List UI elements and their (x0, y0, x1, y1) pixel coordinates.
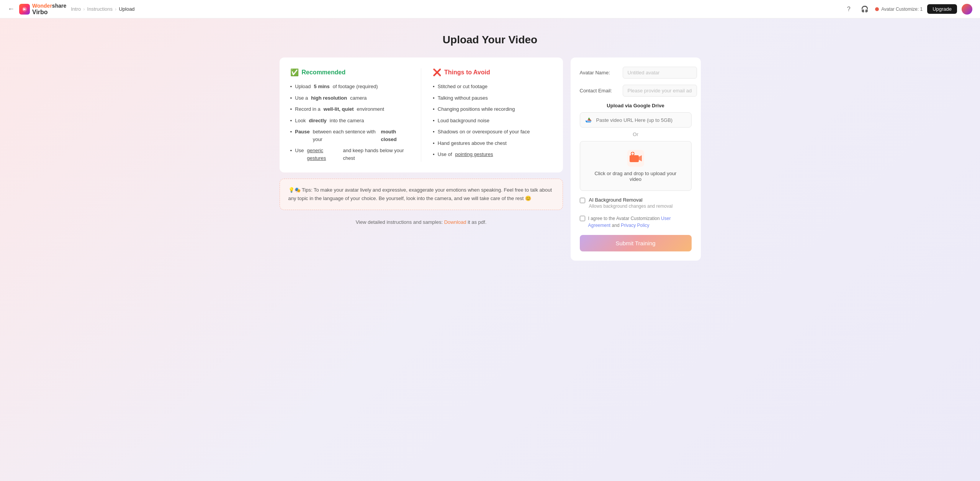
recommendations-card: ✅ Recommended Upload 5 mins of footage (… (280, 57, 563, 172)
logo-text: Wondershare Virbo (32, 3, 66, 16)
avatar-dot-icon (875, 7, 879, 11)
back-icon: ← (8, 5, 15, 13)
recommended-header: ✅ Recommended (290, 68, 410, 77)
left-panel: ✅ Recommended Upload 5 mins of footage (… (280, 57, 563, 225)
agree-row: I agree to the Avatar Customization User… (580, 215, 692, 229)
breadcrumb-instructions: Instructions (87, 6, 113, 12)
list-item: Talking without pauses (433, 94, 552, 102)
download-line: View detailed instructions and samples: … (280, 219, 563, 225)
avatar-customize-label: Avatar Customize: 1 (881, 7, 923, 12)
upload-drop-zone[interactable]: Click or drag and drop to upload your vi… (580, 141, 692, 191)
headphones-icon: 🎧 (861, 5, 869, 13)
list-item: Look directly into the camera (290, 117, 410, 125)
list-item: Hand gestures above the chest (433, 140, 552, 147)
contact-email-input[interactable] (623, 85, 697, 97)
agree-and: and (612, 223, 621, 228)
avoid-title: Things to Avoid (444, 69, 490, 76)
ai-removal-checkbox[interactable] (580, 198, 585, 203)
upload-video-icon (627, 150, 644, 167)
right-panel: Avatar Name: Contact Email: Upload via G… (571, 57, 701, 261)
recommended-column: ✅ Recommended Upload 5 mins of footage (… (290, 68, 410, 162)
help-button[interactable]: ? (843, 3, 854, 15)
agree-text: I agree to the Avatar Customization User… (588, 215, 692, 229)
breadcrumb-upload: Upload (119, 6, 134, 12)
content-wrapper: ✅ Recommended Upload 5 mins of footage (… (280, 57, 701, 261)
avatar-name-row: Avatar Name: (580, 67, 692, 79)
list-item: Use a high resolution camera (290, 94, 410, 102)
ai-removal-row: AI Background Removal Allows background … (580, 197, 692, 209)
list-item: Use of pointing gestures (433, 151, 552, 158)
avoid-list: Stitched or cut footage Talking without … (433, 83, 552, 158)
gdrive-input-row[interactable] (580, 112, 692, 128)
headphones-button[interactable]: 🎧 (859, 3, 870, 15)
gdrive-url-input[interactable] (596, 117, 687, 123)
submit-training-button[interactable]: Submit Training (580, 235, 692, 251)
avoid-icon: ❌ (433, 68, 441, 77)
ai-removal-desc: Allows background changes and removal (589, 204, 673, 209)
tips-emoji-3: 😊 (525, 195, 531, 201)
svg-rect-2 (630, 155, 639, 162)
list-item: Stitched or cut footage (433, 83, 552, 90)
upload-gdrive-label: Upload via Google Drive (580, 103, 692, 108)
breadcrumb: Intro › Instructions › Upload (71, 6, 134, 12)
tips-text: Tips: To make your avatar lively and exp… (288, 187, 552, 201)
logo: Wondershare Virbo (19, 3, 66, 16)
page-title: Upload Your Video (443, 34, 537, 46)
list-item: Record in a well-lit, quiet environment (290, 105, 410, 113)
breadcrumb-intro: Intro (71, 6, 81, 12)
avatar-name-label: Avatar Name: (580, 70, 618, 76)
contact-email-row: Contact Email: (580, 85, 692, 97)
column-divider (421, 68, 421, 162)
main-content: Upload Your Video ✅ Recommended Upload 5… (0, 18, 980, 276)
agree-prefix: I agree to the Avatar Customization (588, 216, 660, 221)
contact-email-label: Contact Email: (580, 88, 618, 94)
download-link[interactable]: Download (444, 219, 466, 225)
avoid-column: ❌ Things to Avoid Stitched or cut footag… (433, 68, 552, 162)
list-item: Upload 5 mins of footage (required) (290, 83, 410, 90)
help-icon: ? (847, 6, 851, 13)
list-item: Use generic gestures and keep hands belo… (290, 147, 410, 162)
tips-card: 💡🎭 Tips: To make your avatar lively and … (280, 179, 563, 210)
upload-drop-text: Click or drag and drop to upload your vi… (589, 171, 683, 182)
avatar-name-input[interactable] (623, 67, 697, 79)
header: ← Wondershare Virbo Intro › Instructions… (0, 0, 980, 18)
avatar-customize-badge: Avatar Customize: 1 (875, 7, 923, 12)
list-item: Loud background noise (433, 117, 552, 125)
logo-icon (19, 4, 30, 15)
download-suffix: it as pdf. (468, 219, 486, 225)
agree-checkbox[interactable] (580, 216, 585, 221)
ai-removal-title: AI Background Removal (589, 197, 673, 203)
list-item: Shadows on or overexposure of your face (433, 128, 552, 136)
avoid-header: ❌ Things to Avoid (433, 68, 552, 77)
upload-via-section: Upload via Google Drive Or (580, 103, 692, 191)
breadcrumb-sep-2: › (115, 6, 116, 12)
recommended-list: Upload 5 mins of footage (required) Use … (290, 83, 410, 162)
upgrade-button[interactable]: Upgrade (927, 4, 957, 14)
ai-removal-text: AI Background Removal Allows background … (589, 197, 673, 209)
privacy-policy-link[interactable]: Privacy Policy (621, 223, 650, 228)
recommended-icon: ✅ (290, 68, 299, 77)
or-divider: Or (580, 131, 692, 137)
header-right: ? 🎧 Avatar Customize: 1 Upgrade (843, 3, 972, 15)
download-prefix: View detailed instructions and samples: (356, 219, 443, 225)
header-left: ← Wondershare Virbo Intro › Instructions… (8, 3, 135, 16)
recommended-title: Recommended (302, 69, 346, 76)
back-button[interactable]: ← (8, 5, 15, 13)
list-item: Changing positions while recording (433, 105, 552, 113)
tips-emoji-1: 💡🎭 (288, 187, 301, 193)
avatar (962, 4, 972, 15)
list-item: Pause between each sentence with your mo… (290, 128, 410, 143)
gdrive-icon (585, 116, 593, 124)
breadcrumb-sep-1: › (83, 6, 85, 12)
